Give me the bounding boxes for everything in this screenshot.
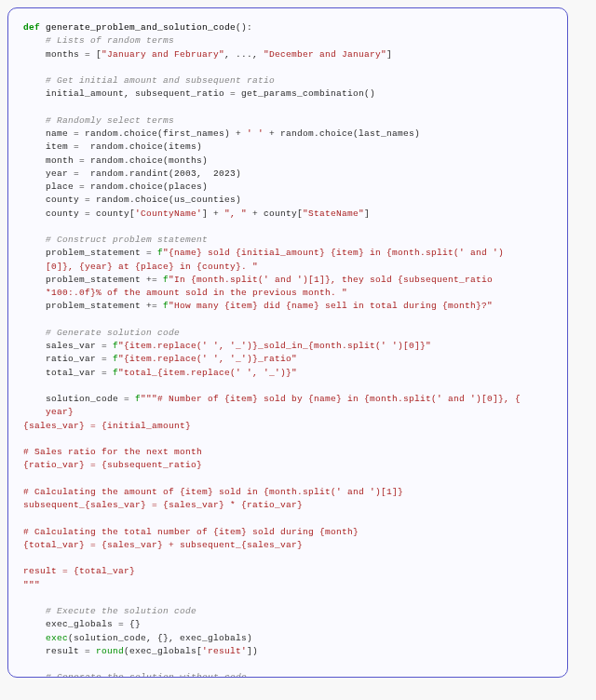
code-line: exec(solution_code, {}, exec_globals) — [23, 632, 552, 645]
code-line: {sales_var} = {initial_amount} — [23, 420, 552, 433]
code-line: initial_amount, subsequent_ratio = get_p… — [23, 88, 552, 101]
code-block: def generate_problem_and_solution_code()… — [7, 7, 568, 678]
code-line: month = random.choice(months) — [23, 155, 552, 168]
code-line — [23, 101, 552, 114]
code-line: # Randomly select terms — [23, 114, 552, 128]
code-line — [23, 433, 552, 446]
code-line: total_var = f"total_{item.replace(' ', '… — [23, 367, 552, 380]
code-line: {ratio_var} = {subsequent_ratio} — [23, 459, 552, 472]
code-line: solution_code = f"""# Number of {item} s… — [23, 393, 552, 406]
code-line: result = {total_var} — [23, 565, 552, 578]
code-line: # Execute the solution code — [23, 605, 552, 618]
code-line: [0]}, {year} at {place} in {county}. " — [23, 261, 552, 274]
code-line: problem_statement += f"In {month.split('… — [23, 274, 552, 287]
code-line: exec_globals = {} — [23, 618, 552, 631]
code-line: subsequent_{sales_var} = {sales_var} * {… — [23, 499, 552, 512]
code-line — [23, 473, 552, 486]
code-line: name = random.choice(first_names) + ' ' … — [23, 128, 552, 141]
code-line: # Generate solution code — [23, 327, 552, 340]
code-line: sales_var = f"{item.replace(' ', '_')}_s… — [23, 340, 552, 353]
code-line: problem_statement += f"How many {item} d… — [23, 300, 552, 313]
code-line — [23, 380, 552, 393]
code-line — [23, 512, 552, 525]
code-content: def generate_problem_and_solution_code()… — [23, 21, 552, 678]
code-line: # Sales ratio for the next month — [23, 446, 552, 459]
code-line — [23, 592, 552, 605]
code-line: *100:.0f}% of the amount sold in the pre… — [23, 287, 552, 300]
code-line — [23, 221, 552, 234]
code-line: # Get initial amount and subsequent rati… — [23, 74, 552, 88]
code-line: result = round(exec_globals['result']) — [23, 645, 552, 658]
code-line: # Construct problem statement — [23, 234, 552, 247]
code-line: # Calculating the total number of {item}… — [23, 526, 552, 539]
code-line: def generate_problem_and_solution_code()… — [23, 21, 552, 34]
code-line: # Calculating the amount of {item} sold … — [23, 486, 552, 499]
code-line: # Lists of random terms — [23, 34, 552, 47]
code-line: # Generate the solution without code — [23, 671, 552, 678]
code-line — [23, 314, 552, 327]
code-line: county = county['CountyName'] + ", " + c… — [23, 208, 552, 221]
code-line: year = random.randint(2003, 2023) — [23, 168, 552, 181]
code-line: ratio_var = f"{item.replace(' ', '_')}_r… — [23, 353, 552, 366]
code-line: item = random.choice(items) — [23, 141, 552, 154]
code-line: months = ["January and February", ..., "… — [23, 48, 552, 61]
code-line — [23, 658, 552, 671]
code-line — [23, 552, 552, 565]
code-line — [23, 61, 552, 74]
code-line: place = random.choice(places) — [23, 181, 552, 194]
code-line: {total_var} = {sales_var} + subsequent_{… — [23, 539, 552, 552]
code-line: """ — [23, 579, 552, 592]
code-line: problem_statement = f"{name} sold {initi… — [23, 247, 552, 260]
code-line: year} — [23, 406, 552, 419]
code-line: county = random.choice(us_counties) — [23, 194, 552, 207]
